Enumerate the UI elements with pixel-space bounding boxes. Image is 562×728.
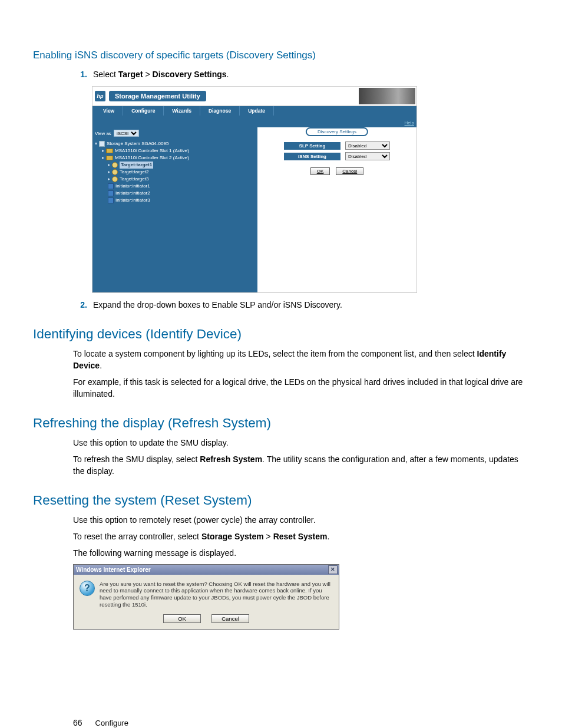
target-icon — [112, 176, 118, 182]
smu-left-panel: View as iSCSI ▾Storage System SGA04-0095… — [92, 127, 257, 292]
tree-controller-1[interactable]: ▸MSA1510i Controller Slot 1 (Active) — [102, 147, 255, 154]
page-footer: 66 Configure — [73, 718, 529, 727]
text: > — [143, 70, 153, 79]
help-link[interactable]: Help — [405, 120, 414, 126]
controller-icon — [106, 149, 113, 153]
bold-refresh-system: Refresh System — [200, 454, 262, 464]
initiator-icon — [108, 183, 114, 189]
para: For example, if this task is selected fo… — [73, 376, 529, 400]
heading-enabling-isns: Enabling iSNS discovery of specific targ… — [33, 50, 529, 61]
footer-section: Configure — [95, 719, 128, 727]
step-number: 2. — [73, 299, 93, 311]
smu-menu-bar: View Configure Wizards Diagnose Update — [92, 106, 416, 116]
heading-refreshing-display: Refreshing the display (Refresh System) — [33, 416, 529, 431]
ie-title: Windows Internet Explorer — [76, 566, 151, 573]
tree-initiator-2[interactable]: Initiator:initiator2 — [108, 190, 255, 197]
menu-view[interactable]: View — [95, 106, 123, 116]
server-image-icon — [359, 88, 415, 104]
ie-message: Are you sure you want to reset the syste… — [100, 581, 333, 609]
para: To locate a system component by lighting… — [73, 348, 529, 372]
ie-titlebar: Windows Internet Explorer ✕ — [74, 565, 339, 575]
menu-wizards[interactable]: Wizards — [164, 106, 200, 116]
text: . — [227, 70, 229, 79]
step-number: 1. — [73, 68, 93, 80]
cancel-button[interactable]: Cancel — [336, 167, 363, 175]
question-icon: ? — [80, 581, 95, 596]
bold-target: Target — [118, 70, 143, 79]
heading-identifying-devices: Identifying devices (Identify Device) — [33, 327, 529, 342]
menu-configure[interactable]: Configure — [123, 106, 164, 116]
text: To refresh the SMU display, select — [73, 454, 200, 464]
text: Select — [93, 70, 118, 79]
tree-target-2[interactable]: ▸Target:target2 — [108, 169, 255, 176]
step-2: 2. Expand the drop-down boxes to Enable … — [73, 299, 529, 311]
para: To refresh the SMU display, select Refre… — [73, 453, 529, 477]
slp-setting-label: SLP Setting — [284, 142, 340, 150]
smu-help-row: Help — [92, 116, 416, 127]
view-as-select[interactable]: iSCSI — [114, 130, 139, 137]
bold-reset-system: Reset System — [273, 532, 328, 541]
page-number: 66 — [73, 718, 82, 727]
hp-logo-icon: hp — [95, 91, 105, 101]
ok-button[interactable]: OK — [310, 167, 330, 175]
storage-system-icon — [99, 141, 105, 147]
smu-title: Storage Management Utility — [109, 91, 206, 101]
tree-target-1[interactable]: ▸Target:target1 — [108, 162, 255, 169]
text: . — [328, 532, 330, 541]
close-button[interactable]: ✕ — [328, 565, 338, 574]
step-text: Expand the drop-down boxes to Enable SLP… — [93, 299, 342, 311]
slp-setting-select[interactable]: Disabled — [345, 141, 390, 150]
heading-resetting-system: Resetting the system (Reset System) — [33, 493, 529, 508]
para: Use this option to remotely reset (power… — [73, 514, 529, 526]
smu-screenshot: hp Storage Management Utility View Confi… — [92, 86, 417, 293]
controller-icon — [106, 156, 113, 160]
ie-ok-button[interactable]: OK — [163, 614, 201, 623]
bold-discovery-settings: Discovery Settings — [153, 70, 227, 79]
text: To locate a system component by lighting… — [73, 349, 477, 358]
para: To reset the array controller, select St… — [73, 531, 529, 542]
text: > — [264, 532, 273, 541]
target-icon — [112, 169, 118, 175]
ie-cancel-button[interactable]: Cancel — [211, 614, 249, 623]
tree-target-3[interactable]: ▸Target:target3 — [108, 176, 255, 183]
isns-setting-select[interactable]: Disabled — [345, 152, 390, 160]
tree-initiator-3[interactable]: Initiator:initiator3 — [108, 197, 255, 204]
para: The following warning message is display… — [73, 547, 529, 559]
text: . — [100, 361, 102, 370]
bold-storage-system: Storage System — [201, 532, 264, 541]
discovery-settings-heading: Discovery Settings — [306, 127, 368, 136]
initiator-icon — [108, 197, 114, 203]
step-1: 1. Select Target > Discovery Settings. — [73, 68, 529, 80]
target-icon — [112, 162, 118, 168]
para: Use this option to update the SMU displa… — [73, 437, 529, 449]
step-text: Select Target > Discovery Settings. — [93, 68, 229, 80]
tree-storage-system[interactable]: ▾Storage System SGA04-0095 — [95, 140, 255, 147]
close-icon: ✕ — [330, 566, 335, 572]
tree-controller-2[interactable]: ▸MSA1510i Controller Slot 2 (Active) — [102, 154, 255, 162]
text: To reset the array controller, select — [73, 532, 201, 541]
initiator-icon — [108, 190, 114, 196]
menu-diagnose[interactable]: Diagnose — [200, 106, 240, 116]
view-as-label: View as — [95, 131, 111, 136]
menu-update[interactable]: Update — [240, 106, 274, 116]
isns-setting-label: iSNS Setting — [284, 153, 340, 160]
smu-tree: ▾Storage System SGA04-0095 ▸MSA1510i Con… — [95, 140, 255, 204]
smu-header: hp Storage Management Utility — [92, 87, 416, 106]
ie-dialog: Windows Internet Explorer ✕ ? Are you su… — [73, 564, 339, 630]
tree-initiator-1[interactable]: Initiator:initiator1 — [108, 183, 255, 190]
smu-right-panel: Discovery Settings SLP Setting Disabled … — [257, 127, 416, 292]
